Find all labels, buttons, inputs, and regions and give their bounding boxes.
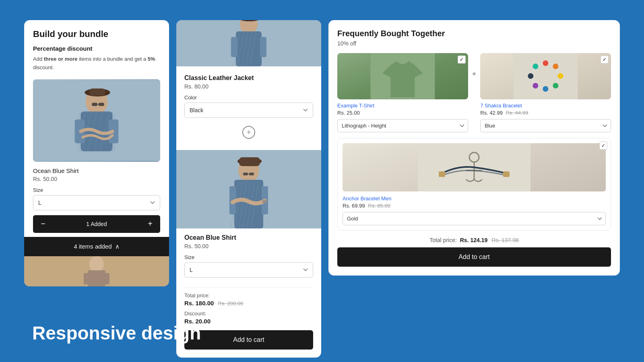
fbt-title: Frequently Bought Together	[337, 29, 611, 38]
fbt-item3-price: Rs. 69.99 Rs. 85.00	[343, 203, 606, 209]
size-select-middle2[interactable]: LXSSMXL	[184, 262, 313, 278]
svg-point-57	[533, 83, 539, 88]
discount-section-label: Percentage discount	[33, 45, 160, 52]
right-add-to-cart-btn[interactable]: Add to cart	[337, 247, 611, 267]
color-select-middle[interactable]: BlackBrownNavyWhite	[184, 103, 313, 118]
middle-product2-price: Rs. 50.00	[184, 243, 313, 249]
size-label-left: Size	[33, 187, 160, 193]
middle-top-image	[176, 20, 321, 66]
fbt-item2: ✓ 7 Shakra Bracelet Rs. 42.99 Rs. 44.99 …	[480, 53, 611, 132]
fbt-item2-image: ✓	[480, 53, 611, 99]
svg-rect-30	[260, 37, 266, 57]
items-added-chevron: ∧	[115, 243, 120, 250]
svg-rect-18	[88, 270, 105, 286]
fbt-item1-price: Rs. 25.00	[337, 110, 468, 116]
fbt-item3-price-original: Rs. 85.00	[368, 203, 390, 209]
product1-price: Rs. 50.00	[33, 176, 160, 182]
fbt-tshirt-svg	[337, 53, 468, 99]
middle-total-label: Total price:	[184, 292, 313, 298]
svg-point-59	[533, 64, 539, 69]
svg-rect-50	[514, 53, 578, 99]
svg-point-52	[543, 60, 549, 66]
left-card: Build your bundle Percentage discount Ad…	[24, 20, 169, 286]
fbt-item3: ✓ Anchor Bracelet Men	[337, 138, 611, 230]
middle-product2-name: Ocean Blue Shirt	[184, 234, 313, 241]
fbt-plus-separator: +	[472, 53, 477, 78]
plus-separator-circle[interactable]: +	[242, 126, 255, 139]
svg-point-58	[528, 73, 534, 79]
middle-discount-label: Discount:	[184, 311, 313, 317]
svg-rect-65	[503, 171, 510, 177]
fbt-item2-name: 7 Shakra Bracelet	[480, 103, 611, 109]
fbt-item1: ✓ Example T-Shirt Rs. 25.00 Lithograph -…	[337, 53, 468, 132]
fbt-item2-price-original: Rs. 44.99	[506, 110, 528, 116]
middle-product2-image	[176, 150, 321, 228]
size-select-left[interactable]: LXSSMXL	[33, 195, 160, 210]
middle-color-label: Color	[184, 95, 313, 101]
svg-point-56	[543, 86, 549, 92]
product2-preview-image	[24, 256, 169, 286]
svg-rect-64	[439, 171, 445, 177]
qty-value: 1 Added	[53, 221, 140, 227]
svg-rect-19	[84, 273, 89, 284]
qty-plus-btn[interactable]: +	[140, 215, 160, 233]
product1-name: Ocean Blue Shirt	[33, 167, 160, 174]
svg-point-17	[89, 256, 104, 272]
product1-image	[33, 79, 160, 162]
items-added-bar[interactable]: 4 items added ∧	[24, 237, 169, 256]
svg-rect-14	[99, 103, 104, 106]
middle-add-to-cart-btn[interactable]: Add to cart	[184, 330, 313, 350]
fbt-top-row: ✓ Example T-Shirt Rs. 25.00 Lithograph -…	[337, 53, 611, 132]
product1-image-svg	[33, 79, 160, 162]
middle-top-svg	[176, 20, 321, 66]
fbt-item2-checkbox[interactable]: ✓	[601, 56, 609, 64]
fbt-anchor-bracelet-svg	[343, 143, 606, 191]
svg-rect-46	[249, 173, 254, 175]
items-added-text: 4 items added	[74, 243, 111, 250]
qty-stepper: − 1 Added +	[33, 215, 160, 233]
svg-point-55	[553, 83, 559, 88]
fbt-item2-variant-select[interactable]: Blue	[480, 119, 611, 132]
fbt-total-original: Rs. 137.98	[491, 237, 519, 243]
responsive-design-label: Responsive design	[32, 322, 201, 344]
discount-description: Add three or more items into a bundle an…	[33, 55, 160, 72]
svg-rect-20	[104, 273, 109, 284]
fbt-item3-variant-select[interactable]: Gold	[343, 212, 606, 225]
middle-total-price: Rs. 180.00 Rs. 200.00	[184, 300, 313, 306]
svg-rect-45	[243, 173, 248, 175]
fbt-item1-checkbox[interactable]: ✓	[458, 56, 466, 64]
middle-total-original: Rs. 200.00	[218, 300, 244, 306]
middle-card: Classic Leather Jacket Rs. 80.00 Color B…	[176, 20, 321, 358]
fbt-item3-name: Anchor Bracelet Men	[343, 195, 606, 202]
fbt-item1-variant-select[interactable]: Lithograph - Height	[337, 119, 468, 132]
svg-point-54	[558, 73, 564, 79]
middle-size-label: Size	[184, 254, 313, 260]
svg-rect-48	[262, 200, 267, 203]
fbt-bracelet-svg	[480, 53, 611, 99]
middle-product2-svg	[176, 150, 321, 228]
svg-rect-29	[231, 37, 237, 57]
middle-product1-name: Classic Leather Jacket	[184, 74, 313, 82]
svg-rect-12	[89, 88, 105, 96]
fbt-item3-image	[343, 143, 606, 191]
fbt-discount-badge: 10% off	[337, 40, 611, 47]
middle-product1-price: Rs. 80.00	[184, 83, 313, 90]
product2-preview-svg	[24, 256, 169, 286]
right-card: Frequently Bought Together 10% off ✓ Exa…	[328, 20, 620, 276]
build-bundle-title: Build your bundle	[33, 29, 160, 39]
fbt-total-row: Total price: Rs. 124.19 Rs. 137.98	[337, 237, 611, 243]
qty-minus-btn[interactable]: −	[33, 215, 53, 233]
svg-point-53	[553, 64, 559, 69]
fbt-item3-checkbox[interactable]: ✓	[599, 142, 607, 150]
fbt-item2-price: Rs. 42.99 Rs. 44.99	[480, 110, 611, 116]
divider1	[184, 287, 313, 288]
middle-card-inner: Classic Leather Jacket Rs. 80.00 Color B…	[176, 66, 321, 150]
page-container: Build your bundle Percentage discount Ad…	[12, 8, 632, 362]
fbt-total-amount: Rs. 124.19	[460, 237, 488, 243]
svg-rect-44	[239, 157, 260, 166]
middle-discount-value: Rs. 20.00	[184, 318, 313, 325]
svg-rect-13	[92, 103, 97, 106]
fbt-item1-image: ✓	[337, 53, 468, 99]
left-card-content: Build your bundle Percentage discount Ad…	[24, 20, 169, 233]
fbt-item1-name: Example T-Shirt	[337, 103, 468, 109]
